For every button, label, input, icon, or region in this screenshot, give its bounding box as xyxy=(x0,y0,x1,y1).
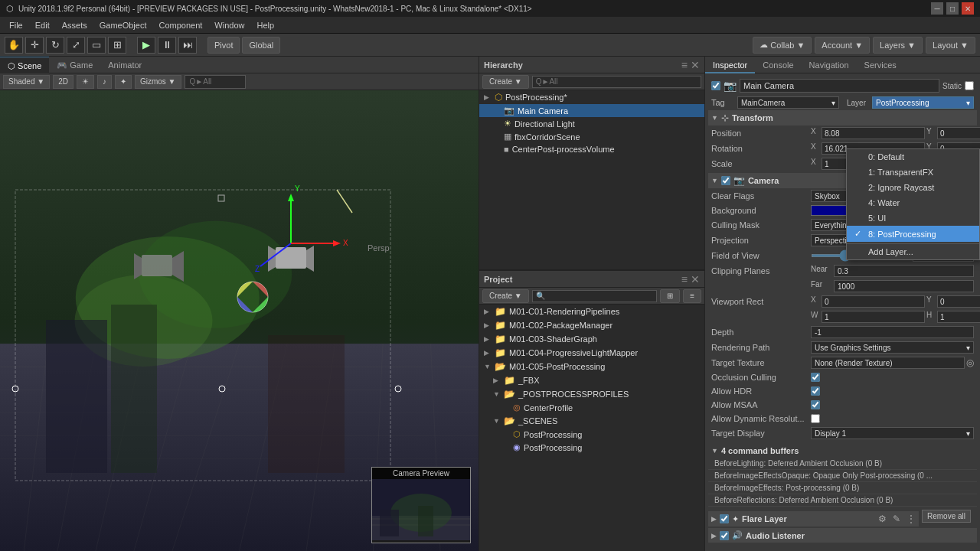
vp-h-input[interactable] xyxy=(937,311,980,323)
project-scene-postprocessing[interactable]: ⬡ PostProcessing xyxy=(479,428,704,441)
select-icon[interactable]: ◎ xyxy=(966,357,974,368)
flare-layer-checkbox[interactable] xyxy=(720,514,729,523)
menu-help[interactable]: Help xyxy=(250,17,280,34)
menu-file[interactable]: File xyxy=(3,17,29,34)
project-postprocessing-obj[interactable]: ◉ PostProcessing xyxy=(479,441,704,454)
project-folder-m01c05[interactable]: ▼ 📂 M01-C05-PostProcessing xyxy=(479,360,704,373)
global-button[interactable]: Global xyxy=(242,37,280,54)
project-sort-btn[interactable]: ⊞ xyxy=(660,289,680,303)
layers-button[interactable]: Layers ▼ xyxy=(873,37,923,54)
fx-button[interactable]: ✦ xyxy=(115,75,132,89)
project-folder-scenes[interactable]: ▼ 📂 _SCENES xyxy=(479,414,704,428)
scene-search[interactable] xyxy=(185,75,246,89)
flare-menu-icon[interactable]: ⋮ xyxy=(906,514,916,524)
close-button[interactable]: ✕ xyxy=(962,2,974,15)
remove-all-button[interactable]: Remove all xyxy=(922,510,971,523)
dynamic-checkbox[interactable] xyxy=(811,414,820,423)
project-create-btn[interactable]: Create ▼ xyxy=(482,289,529,303)
depth-input[interactable] xyxy=(811,326,974,338)
tab-console[interactable]: Console xyxy=(755,57,801,73)
vp-w-input[interactable] xyxy=(822,311,925,323)
menu-component[interactable]: Component xyxy=(152,17,208,34)
hierarchy-item-maincamera[interactable]: 📷 Main Camera xyxy=(479,104,704,117)
layer-item-4[interactable]: 4: Water xyxy=(847,195,979,210)
move-tool[interactable]: ✛ xyxy=(25,37,44,54)
object-enable-checkbox[interactable] xyxy=(711,81,720,90)
menu-assets[interactable]: Assets xyxy=(56,17,93,34)
2d-button[interactable]: 2D xyxy=(53,75,74,89)
project-folder-fbx[interactable]: ▶ 📁 _FBX xyxy=(479,373,704,387)
hand-tool[interactable]: ✋ xyxy=(5,37,23,54)
lighting-button[interactable]: ☀ xyxy=(77,75,94,89)
play-button[interactable]: ▶ xyxy=(137,37,155,54)
hierarchy-item-fbx[interactable]: ▦ fbxCorridorScene xyxy=(479,130,704,143)
msaa-checkbox[interactable] xyxy=(811,400,820,409)
project-search[interactable] xyxy=(532,290,657,302)
menu-window[interactable]: Window xyxy=(208,17,250,34)
layer-item-1[interactable]: 1: TransparentFX xyxy=(847,165,979,180)
scale-tool[interactable]: ⤢ xyxy=(67,37,85,54)
collab-button[interactable]: ☁ Collab ▼ xyxy=(753,37,812,54)
audio-listener-header[interactable]: ▶ 🔊 Audio Listener xyxy=(708,528,977,543)
hdr-checkbox[interactable] xyxy=(811,386,820,396)
hierarchy-item-light[interactable]: ☀ Directional Light xyxy=(479,117,704,130)
layer-item-2[interactable]: 2: Ignore Raycast xyxy=(847,180,979,195)
tab-inspector[interactable]: Inspector xyxy=(705,57,755,73)
layer-item-add[interactable]: Add Layer... xyxy=(847,243,979,259)
maximize-button[interactable]: □ xyxy=(946,2,959,15)
hierarchy-item-postprocessing[interactable]: ▶ ⬡ PostProcessing* xyxy=(479,90,704,104)
tab-scene[interactable]: ⬡ Scene xyxy=(0,57,49,73)
hierarchy-create-btn[interactable]: Create ▼ xyxy=(482,75,529,89)
menu-edit[interactable]: Edit xyxy=(29,17,56,34)
near-input[interactable] xyxy=(834,265,974,277)
rendering-path-dropdown[interactable]: Use Graphics Settings ▾ xyxy=(811,341,974,354)
project-folder-m01c03[interactable]: ▶ 📁 M01-C03-ShaderGraph xyxy=(479,332,704,346)
position-x-input[interactable] xyxy=(822,127,925,139)
tab-animator[interactable]: Animator xyxy=(100,57,149,73)
flare-edit-icon[interactable]: ✎ xyxy=(893,514,900,524)
layer-item-0[interactable]: 0: Default xyxy=(847,149,979,165)
shaded-dropdown[interactable]: Shaded ▼ xyxy=(3,75,50,89)
menu-gameobject[interactable]: GameObject xyxy=(93,17,153,34)
tag-dropdown[interactable]: MainCamera ▾ xyxy=(737,96,839,109)
static-checkbox[interactable] xyxy=(965,81,974,90)
project-folder-profiles[interactable]: ▼ 📂 _POSTPROCESSPROFILES xyxy=(479,387,704,401)
layer-item-8[interactable]: ✓ 8: PostProcessing xyxy=(847,226,979,242)
flare-layer-header[interactable]: ▶ ✦ Flare Layer ⚙ ✎ ⋮ xyxy=(708,511,919,527)
audio-listener-checkbox[interactable] xyxy=(720,531,729,540)
cmd-buf-header[interactable]: ▼ 4 command buffers xyxy=(708,444,977,458)
vp-x-input[interactable] xyxy=(822,295,925,308)
layer-item-5[interactable]: 5: UI xyxy=(847,210,979,226)
camera-comp-checkbox[interactable] xyxy=(721,176,730,185)
position-y-input[interactable] xyxy=(937,127,980,139)
rect-tool[interactable]: ▭ xyxy=(87,37,106,54)
audio-button[interactable]: ♪ xyxy=(97,75,112,89)
tab-navigation[interactable]: Navigation xyxy=(802,57,857,73)
transform-header[interactable]: ▼ ⊹ Transform xyxy=(708,110,977,126)
flare-settings-icon[interactable]: ⚙ xyxy=(878,514,887,524)
gizmos-button[interactable]: Gizmos ▼ xyxy=(135,75,181,89)
hierarchy-item-postvolume[interactable]: ■ CenterPost-processVolume xyxy=(479,143,704,155)
project-folder-m01c04[interactable]: ▶ 📁 M01-C04-ProgressiveLightMapper xyxy=(479,346,704,360)
occlusion-checkbox[interactable] xyxy=(811,373,820,382)
multi-tool[interactable]: ⊞ xyxy=(108,37,126,54)
tab-services[interactable]: Services xyxy=(857,57,904,73)
rotate-tool[interactable]: ↻ xyxy=(46,37,64,54)
tab-game[interactable]: 🎮 Game xyxy=(49,57,100,73)
display-dropdown[interactable]: Display 1 ▾ xyxy=(811,427,974,439)
hierarchy-search[interactable] xyxy=(532,76,701,88)
step-button[interactable]: ⏭ xyxy=(178,37,197,54)
target-texture-dropdown[interactable]: None (Render Texture) xyxy=(811,357,965,369)
project-centerprofile[interactable]: ◎ CenterProfile xyxy=(479,401,704,414)
vp-y-input[interactable] xyxy=(937,295,980,308)
layer-dropdown-trigger[interactable]: PostProcessing ▾ xyxy=(872,96,974,109)
pause-button[interactable]: ⏸ xyxy=(158,37,176,54)
object-name-input[interactable] xyxy=(740,79,939,93)
far-input[interactable] xyxy=(834,280,974,292)
project-menu-btn[interactable]: ≡ xyxy=(683,289,701,303)
project-folder-m01c02[interactable]: ▶ 📁 M01-C02-PackageManager xyxy=(479,318,704,332)
account-button[interactable]: Account ▼ xyxy=(815,37,870,54)
layout-button[interactable]: Layout ▼ xyxy=(926,37,975,54)
pivot-button[interactable]: Pivot xyxy=(207,37,240,54)
scene-view[interactable]: Persp Y X Z Camera Preview xyxy=(0,90,479,551)
